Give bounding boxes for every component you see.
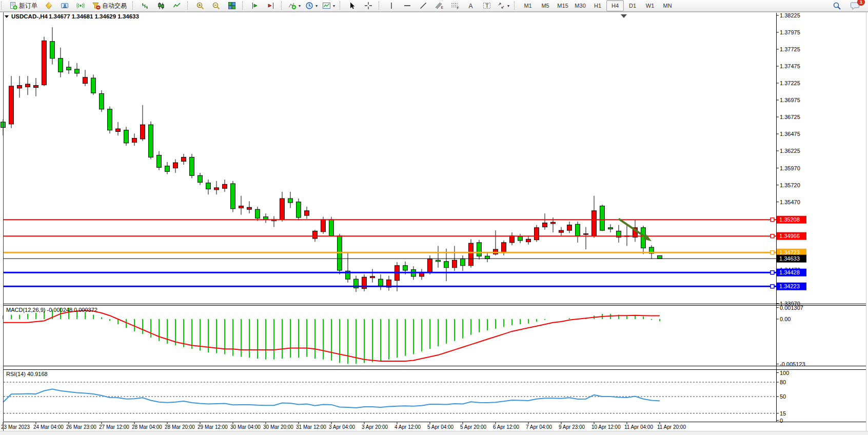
zoom-out-icon (212, 2, 221, 10)
crosshair-icon (364, 2, 372, 10)
level-line-handle (771, 234, 774, 238)
date-tick-label: 3 Apr 20:00 (362, 424, 388, 430)
timeframe-button-h1[interactable]: H1 (589, 0, 606, 11)
price-badge-label: 1.34723 (779, 249, 800, 255)
main-toolbar: 新订单 (0, 0, 868, 12)
arrows-button[interactable]: ▾ (495, 0, 511, 11)
toolbar-grip (132, 2, 135, 10)
text-label-button[interactable]: T (479, 0, 495, 11)
hosting-icon (61, 2, 69, 10)
zoom-out-button[interactable] (208, 0, 224, 11)
templates-button[interactable]: ▾ (320, 0, 337, 11)
rsi-tick-label: 0 (780, 418, 783, 424)
timeframe-button-h4[interactable]: H4 (606, 0, 624, 11)
date-tick-label: 24 Mar 04:00 (33, 424, 64, 430)
line-chart-button[interactable] (169, 0, 185, 11)
date-tick-label: 11 Apr 04:00 (624, 424, 653, 430)
toolbar-grip (187, 2, 190, 10)
chart-shift-button[interactable] (263, 0, 279, 11)
price-tick-label: 1.37475 (780, 63, 800, 69)
virtual-hosting-button[interactable] (57, 0, 72, 11)
timeframe-button-m30[interactable]: M30 (571, 0, 589, 11)
auto-scroll-button[interactable] (247, 0, 263, 11)
price-tick-label: 1.37725 (780, 46, 800, 52)
chart-canvas[interactable]: USDCAD-,H41.34677 1.34681 1.34629 1.3463… (0, 12, 868, 435)
svg-text:E: E (441, 6, 444, 9)
equidistant-channel-button[interactable]: E (431, 0, 447, 11)
date-tick-label: 23 Mar 2023 (1, 424, 30, 430)
date-tick-label: 9 Apr 23:00 (559, 424, 585, 430)
price-tick-label: 1.36225 (780, 148, 800, 154)
candlestick-chart-icon (157, 2, 165, 10)
rsi-tick-label: 80 (780, 379, 786, 385)
autotrade-button[interactable]: 自动交易 (89, 0, 130, 11)
search-button[interactable] (829, 0, 844, 11)
toolbar-grip (281, 2, 284, 10)
trendline-button[interactable] (416, 0, 431, 11)
date-tick-label: 5 Apr 04:00 (427, 424, 454, 430)
vertical-line-button[interactable] (384, 0, 399, 11)
svg-text:F: F (457, 6, 459, 10)
cursor-icon (348, 2, 357, 10)
toolbar-right-group: 1 (829, 0, 863, 11)
toolbar-grip (242, 2, 245, 10)
chart-window[interactable]: USDCAD-,H41.34677 1.34681 1.34629 1.3463… (0, 12, 868, 435)
arrows-icon (497, 2, 505, 10)
chevron-down-icon: ▾ (333, 4, 335, 8)
price-badge-label: 1.34428 (779, 269, 800, 275)
date-tick-label: 4 Apr 12:00 (394, 424, 421, 430)
text-button[interactable]: A (463, 0, 479, 11)
price-tick-label: 1.37225 (780, 80, 800, 86)
timeframe-button-m5[interactable]: M5 (537, 0, 554, 11)
date-tick-label: 30 Mar 04:00 (230, 424, 261, 430)
new-order-icon (9, 2, 17, 10)
macd-label: MACD(12,26,9) -0.000248 0.000372 (6, 307, 97, 313)
date-tick-label: 30 Mar 20:00 (263, 424, 293, 430)
vertical-line-icon (388, 2, 395, 10)
chevron-down-icon: ▾ (507, 4, 509, 8)
templates-icon (322, 2, 331, 10)
price-tick-label: 1.35970 (780, 165, 800, 171)
timeframe-button-mn[interactable]: MN (659, 0, 676, 11)
horizontal-line-button[interactable] (400, 0, 415, 11)
bar-chart-button[interactable] (137, 0, 153, 11)
timeframe-button-m1[interactable]: M1 (519, 0, 537, 11)
cursor-button[interactable] (345, 0, 360, 11)
horizontal-line-icon (403, 2, 411, 10)
price-badge-label: 1.35208 (779, 216, 800, 223)
signals-button[interactable] (73, 0, 88, 11)
timeframe-button-m15[interactable]: M15 (554, 0, 571, 11)
toolbar-grip (340, 2, 343, 10)
fibonacci-button[interactable]: F (447, 0, 463, 11)
tile-windows-button[interactable] (224, 0, 240, 11)
timeframe-button-d1[interactable]: D1 (624, 0, 641, 11)
price-tick-label: 1.35470 (780, 199, 800, 205)
date-tick-label: 26 Mar 23:00 (66, 424, 96, 430)
indicators-button[interactable]: ▾ (286, 0, 303, 11)
toolbar-grip (514, 2, 517, 10)
chart-shift-icon (267, 2, 275, 10)
autotrade-icon (92, 2, 101, 10)
date-tick-label: 7 Apr 04:00 (526, 424, 553, 430)
crosshair-button[interactable] (361, 0, 376, 11)
new-order-button[interactable]: 新订单 (6, 0, 41, 11)
chat-button[interactable]: 1 (847, 0, 863, 11)
timeframe-button-w1[interactable]: W1 (641, 0, 659, 11)
level-line-handle (771, 271, 774, 274)
text-icon: A (467, 2, 475, 10)
date-tick-label: 11 Apr 20:00 (657, 424, 686, 430)
date-tick-label: 6 Apr 12:00 (493, 424, 520, 430)
terminal-window: 新订单 (0, 0, 868, 435)
price-tick-label: 1.36975 (780, 97, 800, 103)
rsi-tick-label: 50 (780, 393, 786, 400)
price-tick-label: 1.36475 (780, 131, 800, 137)
level-line-handle (771, 251, 774, 254)
market-icon (45, 2, 53, 10)
market-button[interactable] (41, 0, 56, 11)
price-tick-label: 1.38225 (780, 12, 800, 18)
periods-button[interactable]: ▾ (303, 0, 320, 11)
price-tick-label: 1.36725 (780, 114, 800, 120)
candlestick-chart-button[interactable] (153, 0, 169, 11)
line-chart-icon (173, 2, 181, 10)
zoom-in-button[interactable] (192, 0, 208, 11)
